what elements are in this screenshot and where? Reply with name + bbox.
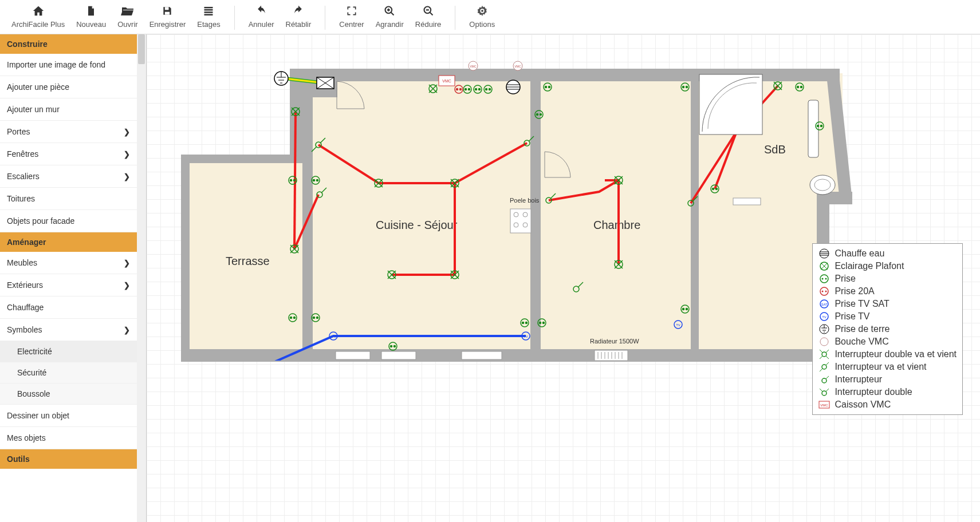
- svg-point-113: [820, 287, 828, 295]
- item-add-wall[interactable]: Ajouter un mur: [0, 98, 137, 121]
- legend-inter-dbl: Interrupteur double: [818, 386, 957, 398]
- svg-point-124: [822, 378, 826, 383]
- label-cuisine: Cuisine - Séjour: [376, 219, 457, 232]
- room-chambre[interactable]: [539, 80, 696, 352]
- svg-point-112: [825, 278, 827, 280]
- legend-panel[interactable]: Chauffe eau Eclairage Plafont Prise Pris…: [812, 243, 963, 415]
- redo-icon: [292, 3, 305, 18]
- room-hall[interactable]: [696, 198, 822, 352]
- legend-prise-tv-sat: SATPrise TV SAT: [818, 298, 957, 310]
- item-roofs[interactable]: Toitures: [0, 188, 137, 210]
- legend-eclairage: Eclairage Plafont: [818, 260, 957, 272]
- label-terrasse: Terrasse: [226, 255, 270, 268]
- item-symbols[interactable]: Symboles❯: [0, 319, 137, 341]
- svg-point-125: [822, 391, 826, 396]
- file-icon: [85, 3, 97, 18]
- svg-rect-1: [165, 12, 170, 15]
- folder-open-icon: [121, 3, 135, 18]
- svg-text:VMC: VMC: [514, 65, 521, 68]
- sidebar-scrollbar[interactable]: [137, 34, 146, 522]
- legend-inter: Interrupteur: [818, 373, 957, 386]
- svg-point-6: [481, 10, 483, 12]
- section-construire[interactable]: Construire: [0, 34, 137, 54]
- legend-prise-tv: TVPrise TV: [818, 310, 957, 323]
- item-stairs[interactable]: Escaliers❯: [0, 165, 137, 188]
- label-poele: Poele bois: [510, 197, 539, 204]
- sub-boussole[interactable]: Boussole: [0, 383, 137, 405]
- item-doors[interactable]: Portes❯: [0, 121, 137, 143]
- zoomout-icon: [423, 3, 434, 18]
- chevron-right-icon: ❯: [124, 259, 130, 267]
- undo-icon: [255, 3, 267, 18]
- redo-button[interactable]: Rétablir: [280, 3, 317, 29]
- legend-inter-dbl-vv: Interrupteur double va et vient: [818, 348, 957, 361]
- sidebar: Construire Importer une image de fond Aj…: [0, 34, 137, 522]
- room-sdb[interactable]: [696, 73, 843, 198]
- home-icon: [32, 3, 45, 18]
- section-outils[interactable]: Outils: [0, 449, 137, 469]
- undo-button[interactable]: Annuler: [243, 3, 280, 29]
- svg-point-12: [274, 72, 288, 85]
- new-button[interactable]: Nouveau: [70, 3, 112, 29]
- item-my-obj[interactable]: Mes objets: [0, 427, 137, 449]
- zoomin-button[interactable]: Agrandir: [370, 3, 410, 29]
- chevron-right-icon: ❯: [124, 150, 130, 159]
- svg-text:VMC: VMC: [470, 65, 477, 68]
- item-import-bg[interactable]: Importer une image de fond: [0, 54, 137, 76]
- legend-prise: Prise: [818, 272, 957, 285]
- label-radiateur: Radiateur 1500W: [590, 338, 639, 345]
- zoomin-icon: [384, 3, 395, 18]
- main-toolbar: ArchiFacile Plus Nouveau Ouvrir Enregist…: [0, 0, 980, 34]
- save-icon: [162, 3, 173, 18]
- svg-point-115: [825, 291, 827, 292]
- floors-button[interactable]: Etages: [191, 3, 226, 29]
- gear-icon: [476, 3, 489, 18]
- item-draw-obj[interactable]: Dessiner un objet: [0, 405, 137, 427]
- item-heating[interactable]: Chauffage: [0, 296, 137, 319]
- label-chambre: Chambre: [593, 219, 640, 232]
- section-amenager[interactable]: Aménager: [0, 232, 137, 252]
- svg-point-110: [820, 275, 828, 283]
- item-windows[interactable]: Fenêtres❯: [0, 143, 137, 165]
- center-icon: [346, 3, 357, 18]
- svg-point-114: [822, 291, 824, 292]
- item-facade[interactable]: Objets pour facade: [0, 210, 137, 232]
- sub-electricite[interactable]: Electricité: [0, 341, 137, 362]
- chevron-right-icon: ❯: [124, 281, 130, 290]
- chevron-down-icon: ❯: [124, 326, 130, 334]
- item-add-room[interactable]: Ajouter une pièce: [0, 76, 137, 98]
- floors-icon: [203, 3, 214, 18]
- floorplan-canvas[interactable]: Terrasse Cuisine - Séjour Chambre SdB Po…: [147, 34, 980, 522]
- legend-caisson-vmc: VMCCaisson VMC: [818, 398, 957, 411]
- sub-securite[interactable]: Sécurité: [0, 362, 137, 383]
- item-exterior[interactable]: Extérieurs❯: [0, 274, 137, 296]
- svg-text:VMC: VMC: [821, 404, 829, 407]
- legend-prise-terre: Prise de terre: [818, 323, 957, 335]
- svg-point-121: [820, 338, 828, 346]
- home-button[interactable]: ArchiFacile Plus: [6, 3, 70, 29]
- open-button[interactable]: Ouvrir: [112, 3, 143, 29]
- legend-bouche-vmc: Bouche VMC: [818, 335, 957, 348]
- legend-inter-vv: Interrupteur va et vient: [818, 361, 957, 373]
- chevron-right-icon: ❯: [124, 172, 130, 181]
- svg-rect-0: [165, 7, 169, 10]
- center-button[interactable]: Centrer: [333, 3, 369, 29]
- save-button[interactable]: Enregistrer: [144, 3, 192, 29]
- svg-point-122: [822, 352, 826, 357]
- svg-point-111: [822, 278, 824, 280]
- svg-text:SAT: SAT: [821, 303, 828, 306]
- legend-prise20a: Prise 20A: [818, 285, 957, 298]
- legend-chauffe-eau: Chauffe eau: [818, 247, 957, 260]
- item-furniture[interactable]: Meubles❯: [0, 252, 137, 274]
- label-sdb: SdB: [764, 143, 786, 156]
- options-button[interactable]: Options: [463, 3, 501, 29]
- room-cuisine[interactable]: [310, 80, 539, 352]
- zoomout-button[interactable]: Réduire: [410, 3, 447, 29]
- svg-point-123: [822, 365, 826, 369]
- svg-text:TV: TV: [822, 315, 827, 319]
- chevron-right-icon: ❯: [124, 128, 130, 136]
- scrollbar-thumb[interactable]: [138, 34, 145, 64]
